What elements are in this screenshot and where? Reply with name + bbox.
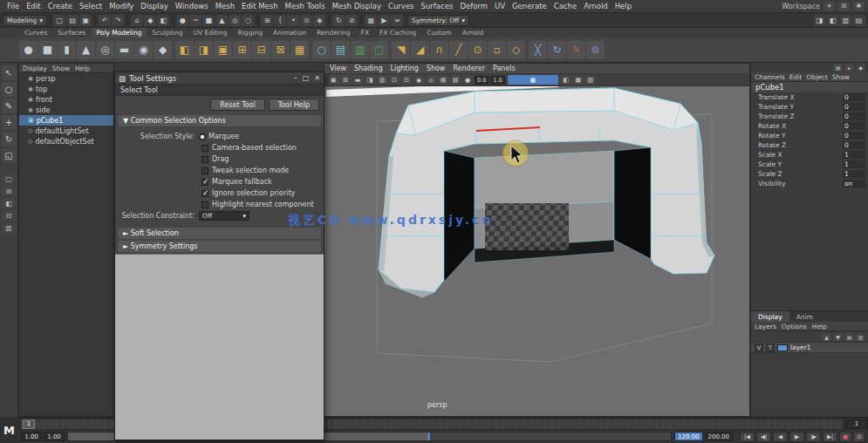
menu-item[interactable]: File [3,2,23,10]
outliner-item[interactable]: ◉ persp [19,73,113,84]
layer-color-swatch[interactable] [777,344,788,351]
selection-constraint-dropdown[interactable]: Off ▾ [199,211,249,221]
layer-visibility-toggle[interactable]: V [755,344,763,352]
menu-item[interactable]: Deform [456,2,491,10]
shelf-tab[interactable]: Rigging [233,28,268,37]
statusline-icon[interactable]: ⌂ [131,15,143,26]
tool-icon[interactable]: ○ [2,82,17,97]
shelf-icon[interactable]: ▥ [351,41,369,59]
shelf-icon[interactable]: ∩ [430,41,448,59]
layer-toolbar-icon[interactable]: ▼ [833,333,843,341]
channel-value-field[interactable]: 1 [843,170,865,178]
menu-item[interactable]: Edit Mesh [238,2,282,10]
shelf-icon[interactable]: ▬ [115,41,133,59]
outliner-item[interactable]: ◉ front [19,94,113,105]
window-button[interactable]: □ [303,74,310,82]
viewport-status-chip[interactable]: ▦ [508,75,558,85]
shelf-icon[interactable]: ╱ [449,41,468,59]
shelf-icon[interactable]: ◉ [134,41,153,59]
viewport-toolbar-icon[interactable]: ▬ [352,75,364,85]
channel-box-menu-item[interactable]: Channels [755,73,785,81]
menu-item[interactable]: Edit [23,2,44,10]
gear-icon[interactable]: ✱ [853,2,865,11]
statusline-icon[interactable] [257,16,258,25]
channel-box-option-icon[interactable]: ▸ [844,64,854,72]
viewport-toolbar-icon[interactable]: ▧ [450,75,461,85]
statusline-icon[interactable]: ▢ [53,15,65,26]
channel-box-object-name[interactable]: pCube1 [751,82,868,92]
viewport-menu-item[interactable]: Renderer [453,65,485,72]
layout-shortcut-icon[interactable]: ◧ [2,198,17,208]
channel-row[interactable]: Scale Y 1 [751,160,868,169]
menuset-dropdown[interactable]: Modeling ▾ [3,15,47,26]
layout-icon[interactable]: ⊞ [838,2,850,11]
shelf-icon[interactable]: ◧ [175,41,194,59]
channel-row[interactable]: Scale X 1 [751,150,868,160]
shelf-icon[interactable]: ▮ [58,41,76,59]
layer-editor-tab[interactable]: Display [751,311,789,322]
collapsed-section-header[interactable]: ► Symmetry Settings [118,241,321,252]
channel-row[interactable]: Rotate Y 0 [751,131,868,140]
viewport-toolbar-icon[interactable]: ◨ [365,75,376,85]
channel-value-field[interactable]: 0 [843,122,865,130]
outliner-item[interactable]: ◉ top [19,84,113,94]
shelf-icon[interactable]: ◢ [411,41,429,59]
menu-item[interactable]: Mesh Display [329,2,385,10]
viewport-toolbar-icon[interactable]: ▣ [328,75,339,85]
viewport-scene[interactable]: persp [325,64,750,417]
menu-item[interactable]: Select [76,2,106,10]
menu-item[interactable]: UV [491,2,509,10]
shelf-tab[interactable]: Arnold [457,28,489,37]
viewport-toolbar-icon[interactable]: ◉ [413,75,425,85]
statusline-icon[interactable]: ○ [242,15,254,26]
viewport-toolbar-icon[interactable]: ⊡ [389,75,400,85]
shelf-icon[interactable]: ■ [38,41,57,59]
playback-end-field[interactable]: 120.00 [674,432,703,441]
transport-button[interactable]: ▶| [823,432,837,442]
shelf-icon[interactable]: ╳ [529,41,547,59]
layout-shortcut-icon[interactable]: ⊟ [2,210,17,221]
statusline-icon[interactable]: ● [176,15,188,26]
transport-button[interactable]: ◀| [756,432,771,442]
statusline-icon[interactable]: ▣ [79,15,92,26]
channel-value-field[interactable]: 1 [843,151,865,159]
dialog-titlebar[interactable]: ▨ Tool Settings –□✕ [115,72,324,85]
statusline-icon[interactable] [329,16,330,25]
viewport-toolbar-icon[interactable]: ▤ [438,75,449,85]
playback-start-field[interactable]: 1.00 [44,432,65,441]
shelf-tab[interactable]: UV Editing [188,28,232,37]
channel-box-option-icon[interactable]: ▤ [833,64,843,72]
option-checkbox[interactable] [202,201,208,208]
transport-button[interactable]: |▶ [806,432,821,442]
shelf-icon[interactable]: ⊚ [586,41,605,59]
channel-box-menu-item[interactable]: Object [806,73,827,81]
option-checkbox[interactable] [202,179,208,186]
option-checkbox[interactable] [202,156,208,163]
layout-shortcut-icon[interactable]: ▢ [2,174,17,184]
shelf-icon[interactable]: ✎ [567,41,585,59]
channel-value-field[interactable]: 0 [843,112,865,120]
shelf-icon[interactable]: ▲ [77,41,95,59]
viewport-menu-item[interactable]: View [330,65,346,72]
statusline-icon[interactable] [95,16,96,25]
shelf-tab[interactable]: Curves [19,28,52,37]
window-button[interactable]: ✕ [314,74,320,82]
viewport-toolbar-icon[interactable]: ◎ [426,75,437,85]
shelf-icon[interactable]: ◎ [96,41,114,59]
viewport-toolbar-icon[interactable]: ▨ [584,75,596,85]
menu-item[interactable]: Help [612,2,635,10]
statusline-icon[interactable]: ▤ [66,15,79,26]
sidebar-toggle-icon[interactable]: ◨ [814,15,826,26]
outliner-item[interactable]: ◉ side [19,105,113,115]
shelf-icon[interactable]: ◆ [154,41,172,59]
statusline-icon[interactable]: ~ [189,15,202,26]
marquee-radio[interactable] [199,133,206,140]
shelf-icon[interactable]: ▢ [370,41,388,59]
viewport-toolbar-icon[interactable]: ⊞ [340,75,352,85]
outliner-item[interactable]: ▣ pCube1 [19,115,113,126]
shelf-icon[interactable]: ▫ [488,41,506,59]
tool-icon[interactable]: ✎ [2,99,17,113]
outliner-menu-item[interactable]: Help [75,65,90,72]
shelf-tab[interactable]: Custom [421,28,457,37]
shelf-icon[interactable]: ↻ [548,41,566,59]
